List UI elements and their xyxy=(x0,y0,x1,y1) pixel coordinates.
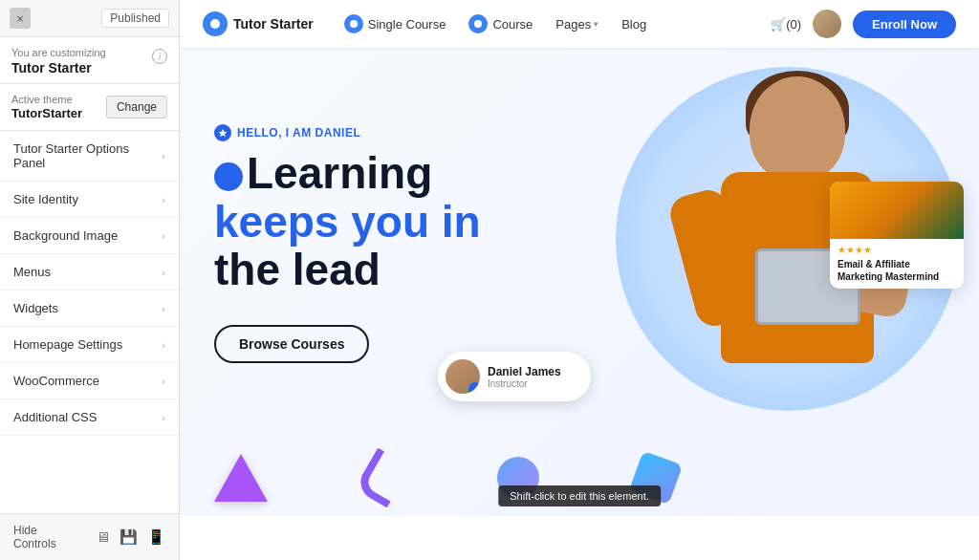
menu-item-background-image[interactable]: Background Image › xyxy=(0,218,179,254)
hide-controls-button[interactable]: Hide Controls xyxy=(13,524,80,550)
chevron-right-icon: › xyxy=(162,303,165,314)
menu-item-additional-css[interactable]: Additional CSS › xyxy=(0,399,179,436)
instructor-info: Daniel James Instructor xyxy=(488,365,561,389)
hero-section: HELLO, I AM DANIEL Learning keeps you in… xyxy=(180,48,979,516)
triangle-shape xyxy=(214,454,268,502)
theme-name: TutorStarter xyxy=(11,106,82,120)
chevron-right-icon: › xyxy=(162,376,165,387)
active-theme-section: Active theme TutorStarter Change xyxy=(0,84,179,131)
hero-content: HELLO, I AM DANIEL Learning keeps you in… xyxy=(214,124,558,363)
chevron-right-icon: › xyxy=(162,194,165,205)
nav-link-icon xyxy=(468,14,488,33)
dropdown-arrow-icon: ▾ xyxy=(594,19,598,29)
hook-shape xyxy=(354,447,411,507)
course-card-title: Email & Affiliate Marketing Mastermind xyxy=(838,258,956,283)
panel-header: × Published xyxy=(0,0,179,37)
change-theme-button[interactable]: Change xyxy=(106,96,167,118)
nav-pages[interactable]: Pages ▾ xyxy=(555,17,598,32)
instructor-avatar xyxy=(446,359,480,394)
logo-icon xyxy=(203,11,228,36)
mobile-icon[interactable]: 📱 xyxy=(147,528,165,546)
nav-links: Single Course Course Pages ▾ Blog xyxy=(344,14,771,33)
person-head xyxy=(750,76,845,182)
svg-point-2 xyxy=(474,20,482,28)
instructor-card-overlay: Daniel James Instructor xyxy=(438,352,591,401)
course-stars: ★★★★ xyxy=(838,245,956,255)
cart-button[interactable]: 🛒(0) xyxy=(771,17,801,32)
svg-point-1 xyxy=(350,20,358,28)
instructor-role: Instructor xyxy=(488,378,561,389)
chevron-right-icon: › xyxy=(162,150,165,162)
hero-tag-icon xyxy=(214,124,231,141)
instructor-name: Daniel James xyxy=(488,365,561,378)
course-card-body: ★★★★ Email & Affiliate Marketing Masterm… xyxy=(830,239,964,289)
info-icon[interactable]: i xyxy=(152,49,167,64)
customizing-section: You are customizing Tutor Starter i xyxy=(0,37,179,84)
hero-title: Learning keeps you in the lead xyxy=(214,149,558,294)
chevron-right-icon: › xyxy=(162,412,165,423)
customizer-panel: × Published You are customizing Tutor St… xyxy=(0,0,180,560)
enroll-button[interactable]: Enroll Now xyxy=(853,11,956,38)
chevron-right-icon: › xyxy=(162,230,165,242)
menu-item-widgets[interactable]: Widgets › xyxy=(0,291,179,327)
menu-item-options-panel[interactable]: Tutor Starter Options Panel › xyxy=(0,131,179,182)
site-logo: Tutor Starter xyxy=(203,11,314,36)
nav-blog[interactable]: Blog xyxy=(621,17,646,32)
hero-tag: HELLO, I AM DANIEL xyxy=(214,124,558,141)
footer-icons: 🖥 💾 📱 xyxy=(96,528,165,546)
customizing-label: You are customizing xyxy=(11,47,106,58)
user-avatar[interactable] xyxy=(813,10,841,38)
navigation-bar: Tutor Starter Single Course Course Pages… xyxy=(180,0,979,48)
menu-item-site-identity[interactable]: Site Identity › xyxy=(0,182,179,218)
nav-link-icon xyxy=(344,14,363,33)
chevron-right-icon: › xyxy=(162,339,165,351)
menu-item-homepage-settings[interactable]: Homepage Settings › xyxy=(0,327,179,363)
nav-right: 🛒(0) Enroll Now xyxy=(771,10,956,38)
browse-courses-button[interactable]: Browse Courses xyxy=(214,325,369,363)
instructor-verified-badge xyxy=(468,382,480,394)
menu-item-menus[interactable]: Menus › xyxy=(0,254,179,291)
published-badge: Published xyxy=(101,9,169,28)
menu-item-woocommerce[interactable]: WooCommerce › xyxy=(0,363,179,399)
theme-title: Tutor Starter xyxy=(11,60,106,75)
preview-area: Tutor Starter Single Course Course Pages… xyxy=(180,0,979,560)
chevron-right-icon: › xyxy=(162,267,165,278)
active-theme-label: Active theme xyxy=(11,94,82,105)
course-card-image xyxy=(830,182,964,239)
course-card-overlay: ★★★★ Email & Affiliate Marketing Masterm… xyxy=(830,182,964,289)
nav-single-course[interactable]: Single Course xyxy=(344,14,446,33)
tooltip-bar: Shift-click to edit this element. xyxy=(498,485,661,506)
desktop-icon[interactable]: 🖥 xyxy=(96,528,110,546)
svg-point-0 xyxy=(210,19,220,29)
nav-course[interactable]: Course xyxy=(468,14,533,33)
close-button[interactable]: × xyxy=(10,8,31,29)
panel-menu: Tutor Starter Options Panel › Site Ident… xyxy=(0,131,179,513)
panel-footer: Hide Controls 🖥 💾 📱 xyxy=(0,513,179,560)
tablet-icon[interactable]: 💾 xyxy=(120,528,138,546)
